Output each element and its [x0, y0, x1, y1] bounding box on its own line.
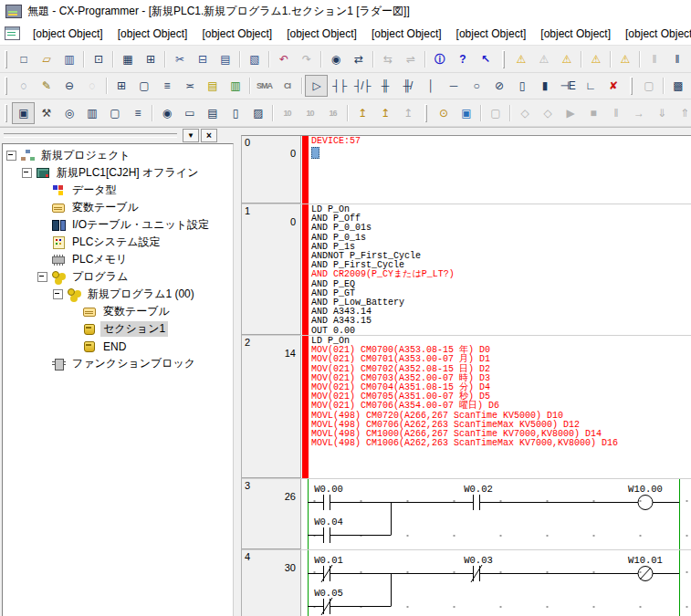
- build-button[interactable]: ⚒: [35, 102, 58, 124]
- block-program-button[interactable]: ▥: [224, 75, 246, 97]
- new-closed-coil-button[interactable]: ⊘: [487, 75, 510, 97]
- expand-toggle-icon[interactable]: [6, 151, 16, 161]
- tree-item-io-table[interactable]: I/Oテーブル・ユニット設定: [3, 216, 233, 234]
- address-change-button[interactable]: ⇌: [399, 48, 422, 70]
- new-closed-contact-button[interactable]: ┤/├: [351, 75, 373, 97]
- pause-monitor-button[interactable]: ‖: [643, 48, 665, 70]
- compile-button[interactable]: ⚠: [509, 48, 532, 70]
- rung-3[interactable]: 3 26 W0.00: [242, 478, 691, 549]
- rung-margin[interactable]: 3 26: [242, 479, 301, 549]
- output-coil-closed[interactable]: W10.01: [628, 555, 663, 581]
- tree-item-new-project[interactable]: 新規プロジェクト: [3, 147, 233, 164]
- contact-nc[interactable]: W0.03: [464, 555, 493, 582]
- new-coil-button[interactable]: ○: [465, 75, 487, 97]
- delete-line-button[interactable]: ✘: [602, 75, 624, 97]
- tree-item-new-program1[interactable]: 新規プログラム1 (00): [3, 286, 233, 303]
- watch-window-sma-button[interactable]: SMA: [253, 75, 276, 97]
- statement-list-button[interactable]: ≡: [155, 75, 178, 97]
- menu-item[interactable]: [object Object]: [26, 25, 110, 43]
- work-online-simulator-button[interactable]: ▣: [455, 102, 477, 124]
- rung-4[interactable]: 4 30 W0.01: [242, 549, 691, 616]
- find-button[interactable]: ◉: [324, 48, 347, 70]
- tree-item-plc-settings[interactable]: PLCシステム設定: [3, 234, 233, 251]
- tree-item-plc-memory[interactable]: PLCメモリ: [3, 251, 233, 268]
- rung-content[interactable]: W0.00 W0.02 W10.00: [301, 479, 691, 549]
- properties-button[interactable]: ≡: [126, 102, 149, 124]
- compare-with-plc-button[interactable]: ↥: [373, 102, 396, 124]
- compile-all-button[interactable]: ⚠: [532, 48, 555, 70]
- tree-item-new-plc1[interactable]: 新規PLC1[CJ2H] オフライン: [3, 164, 233, 182]
- menu-item[interactable]: [object Object]: [110, 25, 195, 43]
- paste-special-button[interactable]: ▧: [243, 48, 266, 70]
- expand-toggle-icon[interactable]: [22, 168, 32, 178]
- pause-button[interactable]: ‖: [665, 48, 688, 70]
- zoom-out-button[interactable]: ⊖: [58, 75, 80, 97]
- menu-item[interactable]: [object Object]: [449, 25, 534, 43]
- ladder-window-icon[interactable]: [5, 26, 20, 40]
- rung-margin[interactable]: 2 14: [242, 336, 301, 478]
- close-icon[interactable]: ×: [201, 129, 217, 142]
- context-help-button[interactable]: ↖: [474, 48, 497, 70]
- menu-item[interactable]: [object Object]: [194, 25, 279, 43]
- zoom-reset-button[interactable]: ◌: [80, 75, 103, 97]
- contact-no[interactable]: W0.00: [308, 484, 343, 510]
- step-in-button[interactable]: ⇓: [650, 102, 673, 124]
- zoom-edit-button[interactable]: ✎: [35, 75, 58, 97]
- transfer-to-plc-button[interactable]: ↥: [351, 102, 373, 124]
- new-closed-or-contact-button[interactable]: ╫/: [396, 75, 419, 97]
- hex-button[interactable]: 16: [321, 102, 344, 124]
- rung-2[interactable]: 2 14 LD P_On MOV(021) CM0700(A353.08-15 …: [242, 335, 691, 478]
- toolbar-grip[interactable]: [5, 104, 7, 122]
- sim-pause-button[interactable]: ‖: [604, 102, 627, 124]
- rung-0[interactable]: 0 0 DEVICE:57: [242, 136, 691, 204]
- tree-item-end[interactable]: END: [3, 338, 233, 355]
- toolbar-grip[interactable]: [5, 50, 7, 68]
- open-button[interactable]: ▱: [35, 48, 58, 70]
- line-connector-button[interactable]: ∟: [579, 75, 602, 97]
- transfer-warning-button[interactable]: ⚠: [584, 48, 607, 70]
- workspace-drag-handle[interactable]: [4, 133, 177, 138]
- sample-once-button[interactable]: ◇: [536, 102, 559, 124]
- new-closed-instruction-button[interactable]: ▮: [533, 75, 556, 97]
- help-button[interactable]: ?: [451, 48, 474, 70]
- new-document-button[interactable]: □: [12, 48, 35, 70]
- menu-item[interactable]: [object Object]: [533, 25, 618, 43]
- save-button[interactable]: ▥: [58, 48, 80, 70]
- io-memory-button[interactable]: ▨: [246, 102, 269, 124]
- info-button[interactable]: ⓘ: [428, 48, 451, 70]
- rung-content[interactable]: W0.01 W0.03 W10.01: [301, 550, 691, 616]
- print-button[interactable]: ▦: [116, 48, 139, 70]
- tree-item-function-blocks[interactable]: ファンクションブロック: [3, 355, 233, 372]
- rung-margin[interactable]: 1 0: [242, 204, 301, 335]
- copy-button[interactable]: ⊟: [191, 48, 214, 70]
- undo-button[interactable]: ↶: [272, 48, 295, 70]
- step-out-button[interactable]: ⇑: [673, 102, 691, 124]
- menu-item[interactable]: [object Object]: [279, 25, 364, 43]
- pause-with-trigger-button[interactable]: ◇: [513, 102, 536, 124]
- toggle-workspace-button[interactable]: ▣: [12, 102, 35, 124]
- monitor-data-button[interactable]: ▤: [201, 75, 224, 97]
- ladder-rung-graphic[interactable]: W0.01 W0.03 W10.01: [301, 550, 691, 616]
- program-check-button[interactable]: ⊡: [87, 48, 110, 70]
- expand-toggle-icon[interactable]: [37, 272, 47, 282]
- output-coil[interactable]: W10.00: [628, 484, 663, 510]
- rung-margin[interactable]: 0 0: [242, 136, 301, 204]
- new-or-contact-button[interactable]: ╫: [373, 75, 396, 97]
- replace-button[interactable]: ⇄: [347, 48, 370, 70]
- rung-margin[interactable]: 4 30: [242, 550, 301, 616]
- parallel-branch-contact-no[interactable]: W0.04: [308, 503, 392, 544]
- vertical-line-button[interactable]: │: [419, 75, 442, 97]
- change-all-button[interactable]: ⇆: [376, 48, 399, 70]
- partial-transfer-button[interactable]: ↥: [396, 102, 419, 124]
- redo-button[interactable]: ↷: [295, 48, 318, 70]
- horizontal-line-button[interactable]: ─: [442, 75, 465, 97]
- rung-content[interactable]: LD P_On MOV(021) CM0700(A353.08-15 年) D0…: [309, 336, 691, 478]
- menu-item[interactable]: [object Object]: [618, 25, 691, 43]
- expand-toggle-icon[interactable]: [53, 289, 63, 299]
- output-window-button[interactable]: ▢: [103, 102, 126, 124]
- cross-reference-report-button[interactable]: ▥: [80, 102, 103, 124]
- rung-content[interactable]: LD P_On AND P_Off AND P_0_01s AND P_0_1s…: [309, 204, 691, 335]
- step-run-button[interactable]: →: [627, 102, 650, 124]
- parallel-branch-contact-nc[interactable]: W0.05: [308, 574, 392, 616]
- new-instruction-button[interactable]: ▯: [510, 75, 533, 97]
